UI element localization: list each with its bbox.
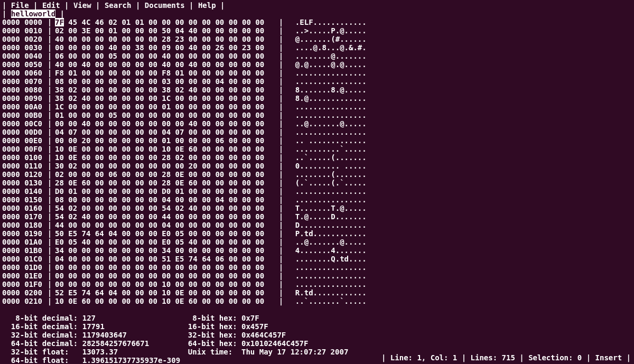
hex-ascii[interactable]: 4.......4....... (286, 246, 367, 255)
hex-bytes[interactable]: 44 00 00 00 00 00 00 00 04 00 00 00 00 0… (55, 221, 276, 229)
hex-bytes[interactable]: 00 00 00 00 00 00 00 00 00 00 00 00 00 0… (55, 272, 276, 280)
hex-ascii[interactable]: @.......(#...... (286, 35, 367, 43)
hex-row[interactable]: 0000 0040|06 00 00 00 05 00 00 00 40 00 … (2, 52, 632, 60)
hex-row[interactable]: 0000 0030|00 00 00 00 40 00 38 00 09 00 … (2, 43, 632, 52)
hex-ascii[interactable]: .ELF............ (286, 18, 367, 26)
hex-row[interactable]: 0000 0200|52 E5 74 64 04 00 00 00 10 0E … (2, 288, 632, 297)
hex-bytes[interactable]: 38 02 00 00 00 00 00 00 38 02 40 00 00 0… (55, 86, 276, 94)
hex-row[interactable]: 0000 0070|08 00 00 00 00 00 00 00 03 00 … (2, 77, 632, 86)
hex-bytes[interactable]: 04 00 00 00 00 00 00 00 51 E5 74 64 06 0… (55, 255, 276, 263)
menu-help[interactable]: Help (198, 1, 216, 10)
hex-ascii[interactable]: ................ (286, 187, 367, 195)
hex-bytes[interactable]: 40 00 40 00 00 00 00 00 40 00 40 00 00 0… (55, 60, 276, 69)
hex-row[interactable]: 0000 0020|40 00 00 00 00 00 00 00 28 23 … (2, 35, 632, 43)
hex-ascii[interactable]: 8.@............. (286, 94, 367, 102)
hex-ascii[interactable]: T.......T.@..... (286, 204, 367, 212)
hex-ascii[interactable]: .. ............. (286, 136, 367, 145)
hex-bytes[interactable]: 00 00 40 00 00 00 00 00 00 00 40 00 00 0… (55, 119, 276, 128)
hex-row[interactable]: 0000 0110|30 02 00 00 00 00 00 00 00 00 … (2, 162, 632, 170)
hex-bytes[interactable]: 06 00 00 00 05 00 00 00 40 00 00 00 00 0… (55, 52, 276, 60)
hex-ascii[interactable]: R.td............ (286, 288, 367, 297)
hex-bytes[interactable]: 00 00 20 00 00 00 00 00 01 00 00 00 06 0… (55, 136, 276, 145)
hex-row[interactable]: 0000 0130|28 0E 60 00 00 00 00 00 28 0E … (2, 179, 632, 187)
menu-documents[interactable]: Documents (145, 1, 185, 10)
hex-row[interactable]: 0000 0160|54 02 00 00 00 00 00 00 54 02 … (2, 204, 632, 212)
hex-ascii[interactable]: ................ (286, 111, 367, 119)
hex-bytes[interactable]: 38 02 40 00 00 00 00 00 1C 00 00 00 00 0… (55, 94, 276, 102)
hex-ascii[interactable]: ..`.....(....... (286, 153, 367, 162)
hex-bytes[interactable]: 10 0E 00 00 00 00 00 00 10 0E 60 00 00 0… (55, 145, 276, 153)
hex-row[interactable]: 0000 0150|08 00 00 00 00 00 00 00 04 00 … (2, 195, 632, 204)
tab-helloworld[interactable]: helloworld (11, 10, 55, 18)
hex-bytes[interactable]: 34 00 00 00 00 00 00 00 34 00 00 00 00 0… (55, 246, 276, 255)
hex-row[interactable]: 0000 01D0|00 00 00 00 00 00 00 00 00 00 … (2, 263, 632, 272)
hex-row[interactable]: 0000 0050|40 00 40 00 00 00 00 00 40 00 … (2, 60, 632, 69)
hex-bytes[interactable]: 52 E5 74 64 04 00 00 00 10 0E 00 00 00 0… (55, 288, 276, 297)
hex-row[interactable]: 0000 00D0|04 07 00 00 00 00 00 00 04 07 … (2, 128, 632, 136)
hex-bytes[interactable]: 54 02 40 00 00 00 00 00 44 00 00 00 00 0… (55, 212, 276, 221)
hex-ascii[interactable]: ........Q.td.... (286, 255, 367, 263)
hex-ascii[interactable]: (.`.....(.`..... (286, 179, 367, 187)
hex-bytes[interactable]: 02 00 3E 00 01 00 00 00 50 04 40 00 00 0… (55, 26, 276, 35)
hex-bytes[interactable]: 30 02 00 00 00 00 00 00 00 00 20 00 00 0… (55, 162, 276, 170)
hex-row[interactable]: 0000 0180|44 00 00 00 00 00 00 00 04 00 … (2, 221, 632, 229)
hex-row[interactable]: 0000 00C0|00 00 40 00 00 00 00 00 00 00 … (2, 119, 632, 128)
hex-row[interactable]: 0000 0140|D0 01 00 00 00 00 00 00 D0 01 … (2, 187, 632, 195)
hex-row[interactable]: 0000 0100|10 0E 60 00 00 00 00 00 28 02 … (2, 153, 632, 162)
hex-bytes[interactable]: 10 0E 60 00 00 00 00 00 10 0E 60 00 00 0… (55, 297, 276, 305)
hex-ascii[interactable]: T.@.....D....... (286, 212, 367, 221)
hex-area[interactable]: 0000 0000|7F 45 4C 46 02 01 01 00 00 00 … (2, 18, 632, 305)
hex-ascii[interactable]: ................ (286, 69, 367, 77)
hex-ascii[interactable]: ................ (286, 263, 367, 272)
hex-row[interactable]: 0000 0170|54 02 40 00 00 00 00 00 44 00 … (2, 212, 632, 221)
hex-ascii[interactable]: 0......... ..... (286, 162, 367, 170)
hex-row[interactable]: 0000 0080|38 02 00 00 00 00 00 00 38 02 … (2, 86, 632, 94)
hex-bytes[interactable]: 7F 45 4C 46 02 01 01 00 00 00 00 00 00 0… (55, 18, 276, 26)
hex-bytes[interactable]: E0 05 40 00 00 00 00 00 E0 05 40 00 00 0… (55, 238, 276, 246)
hex-ascii[interactable]: ................ (286, 128, 367, 136)
hex-ascii[interactable]: ........@....... (286, 52, 367, 60)
hex-row[interactable]: 0000 01F0|00 00 00 00 00 00 00 00 10 00 … (2, 280, 632, 288)
hex-ascii[interactable]: ................ (286, 280, 367, 288)
hex-ascii[interactable]: P.td............ (286, 229, 367, 238)
hex-ascii[interactable]: ................ (286, 272, 367, 280)
hex-bytes[interactable]: 00 00 00 00 40 00 38 00 09 00 40 00 26 0… (55, 43, 276, 52)
hex-bytes[interactable]: 40 00 00 00 00 00 00 00 28 23 00 00 00 0… (55, 35, 276, 43)
hex-row[interactable]: 0000 01A0|E0 05 40 00 00 00 00 00 E0 05 … (2, 238, 632, 246)
hex-row[interactable]: 0000 0060|F8 01 00 00 00 00 00 00 F8 01 … (2, 69, 632, 77)
hex-row[interactable]: 0000 01E0|00 00 00 00 00 00 00 00 00 00 … (2, 272, 632, 280)
hex-bytes[interactable]: 04 07 00 00 00 00 00 00 04 07 00 00 00 0… (55, 128, 276, 136)
hex-ascii[interactable]: ................ (286, 195, 367, 204)
hex-row[interactable]: 0000 00B0|01 00 00 00 05 00 00 00 00 00 … (2, 111, 632, 119)
hex-ascii[interactable]: ................ (286, 102, 367, 111)
hex-ascii[interactable]: D............... (286, 221, 367, 229)
hex-bytes[interactable]: 10 0E 60 00 00 00 00 00 28 02 00 00 00 0… (55, 153, 276, 162)
hex-bytes[interactable]: 54 02 00 00 00 00 00 00 54 02 40 00 00 0… (55, 204, 276, 212)
hex-row[interactable]: 0000 00A0|1C 00 00 00 00 00 00 00 01 00 … (2, 102, 632, 111)
hex-bytes[interactable]: 50 E5 74 64 04 00 00 00 E0 05 00 00 00 0… (55, 229, 276, 238)
hex-bytes[interactable]: 00 00 00 00 00 00 00 00 00 00 00 00 00 0… (55, 263, 276, 272)
hex-ascii[interactable]: ..`.......`..... (286, 297, 367, 305)
hex-bytes[interactable]: 02 00 00 00 06 00 00 00 28 0E 00 00 00 0… (55, 170, 276, 179)
menu-file[interactable]: File (11, 1, 29, 10)
hex-ascii[interactable]: ........(....... (286, 170, 367, 179)
hex-bytes[interactable]: 00 00 00 00 00 00 00 00 10 00 00 00 00 0… (55, 280, 276, 288)
hex-ascii[interactable]: ..@.......@..... (286, 119, 367, 128)
menu-edit[interactable]: Edit (42, 1, 60, 10)
hex-bytes[interactable]: 08 00 00 00 00 00 00 00 04 00 00 00 04 0… (55, 195, 276, 204)
hex-ascii[interactable]: ....@.8...@.&.#. (286, 43, 367, 52)
hex-bytes[interactable]: 01 00 00 00 05 00 00 00 00 00 00 00 00 0… (55, 111, 276, 119)
hex-row[interactable]: 0000 01B0|34 00 00 00 00 00 00 00 34 00 … (2, 246, 632, 255)
hex-ascii[interactable]: 8.......8.@..... (286, 86, 367, 94)
menu-view[interactable]: View (73, 1, 91, 10)
hex-row[interactable]: 0000 0120|02 00 00 00 06 00 00 00 28 0E … (2, 170, 632, 179)
menu-search[interactable]: Search (105, 1, 132, 10)
hex-bytes[interactable]: 08 00 00 00 00 00 00 00 03 00 00 00 04 0… (55, 77, 276, 86)
cursor-byte[interactable]: 7F (55, 18, 64, 26)
hex-ascii[interactable]: ..@.......@..... (286, 238, 367, 246)
hex-row[interactable]: 0000 01C0|04 00 00 00 00 00 00 00 51 E5 … (2, 255, 632, 263)
hex-row[interactable]: 0000 0010|02 00 3E 00 01 00 00 00 50 04 … (2, 26, 632, 35)
hex-ascii[interactable]: ..>.....P.@..... (286, 26, 367, 35)
hex-row[interactable]: 0000 0090|38 02 40 00 00 00 00 00 1C 00 … (2, 94, 632, 102)
hex-bytes[interactable]: D0 01 00 00 00 00 00 00 D0 01 00 00 00 0… (55, 187, 276, 195)
